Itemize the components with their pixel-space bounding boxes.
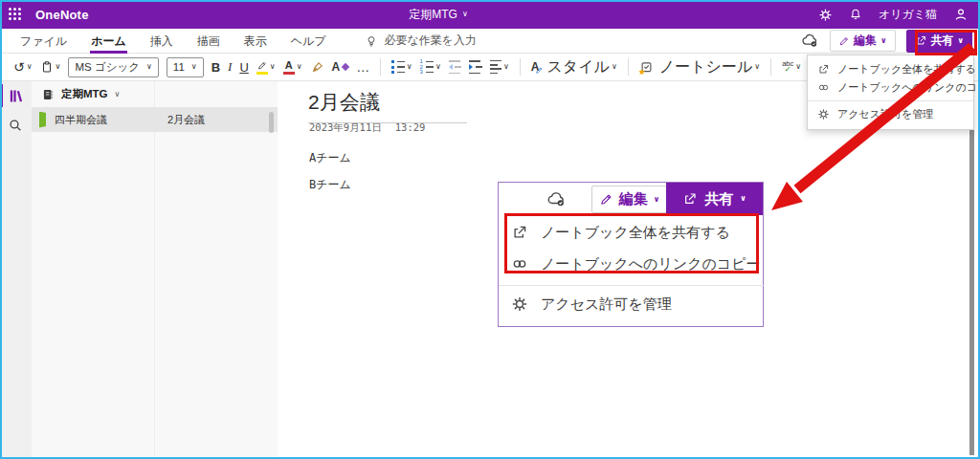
navigation-panel: 定期MTG ∨ 四半期会議 2月会議 (32, 81, 278, 457)
outdent-button[interactable] (449, 60, 462, 75)
tab-draw[interactable]: 描画 (196, 29, 221, 54)
italic-button[interactable]: I (228, 59, 232, 75)
vertical-scrollbar[interactable] (969, 82, 974, 455)
tab-home[interactable]: ホーム (90, 29, 127, 54)
chevron-down-icon: ∨ (654, 196, 660, 204)
highlight-color-button[interactable]: ∨ (256, 60, 276, 75)
app-launcher-icon[interactable] (9, 8, 23, 22)
toolbar-divider (380, 58, 381, 76)
user-name: オリガミ猫 (879, 7, 937, 23)
clear-formatting-button[interactable]: A (332, 60, 349, 74)
notebook-title-switcher[interactable]: 定期MTG ∨ (409, 0, 468, 29)
menu-item-copy-link-large[interactable]: ノートブックへのリンクのコピー (499, 251, 765, 277)
menu-divider (499, 285, 765, 286)
share-button-label: 共有 (931, 33, 954, 49)
page-time: 13:29 (395, 121, 426, 135)
active-rail-indicator (0, 84, 3, 107)
page-date: 2023年9月11日 (309, 121, 382, 135)
tab-view[interactable]: 表示 (243, 29, 268, 54)
menu-bar: ファイル ホーム 挿入 描画 表示 ヘルプ 必要な作業を入力 編集 ∨ 共有 ∨ (0, 29, 980, 54)
edit-mode-button-large[interactable]: 編集 ∨ (591, 186, 667, 213)
align-button[interactable]: ∨ (490, 60, 509, 75)
toolbar-divider (628, 58, 629, 76)
indent-button[interactable] (469, 60, 482, 75)
more-formatting-button[interactable]: … (356, 59, 369, 75)
share-dropdown-menu: ノートブック全体を共有する ノートブックへのリンクのコピー アクセス許可を管理 (807, 55, 974, 130)
toolbar-divider (520, 58, 521, 76)
notebook-icon (41, 88, 55, 101)
settings-gear-icon[interactable] (818, 8, 833, 22)
lightbulb-icon (365, 34, 378, 48)
menu-item-share-notebook-large[interactable]: ノートブック全体を共有する (499, 219, 765, 246)
edit-mode-button[interactable]: 編集 ∨ (830, 30, 896, 52)
chevron-down-icon: ∨ (740, 195, 746, 203)
titlebar-right-controls: オリガミ猫 (818, 7, 969, 23)
edit-button-label: 編集 (854, 33, 877, 49)
notebook-title: 定期MTG (409, 7, 457, 23)
share-button[interactable]: 共有 ∨ (906, 30, 973, 53)
nav-column-divider (154, 81, 155, 457)
sync-cloud-icon (546, 189, 567, 209)
onenote-window: OneNote 定期MTG ∨ オリガミ猫 ファイル ホーム 挿入 描画 表示 … (0, 0, 980, 459)
document-actions: 編集 ∨ 共有 ∨ (801, 30, 972, 53)
font-color-button[interactable]: A∨ (283, 60, 302, 75)
underline-button[interactable]: U (239, 60, 248, 75)
notifications-bell-icon[interactable] (849, 8, 862, 21)
bullet-list-button[interactable]: ∨ (391, 60, 412, 74)
title-bar: OneNote 定期MTG ∨ オリガミ猫 (0, 0, 980, 29)
share-icon (511, 224, 528, 241)
numbered-list-button[interactable]: 123∨ (420, 60, 441, 74)
chevron-down-icon: ∨ (115, 91, 121, 98)
note-tags-button[interactable]: ノートシール∨ (639, 57, 760, 77)
menu-item-manage-access-large[interactable]: アクセス許可を管理 (499, 291, 765, 317)
format-painter-button[interactable] (310, 60, 324, 75)
link-icon (817, 81, 830, 94)
page-list-item[interactable]: 2月会議 (167, 113, 205, 127)
gear-icon (511, 295, 528, 313)
account-person-icon[interactable] (953, 7, 969, 22)
menu-item-copy-link[interactable]: ノートブックへのリンクのコピー (808, 78, 973, 97)
zoomed-share-menu-callout: 編集 ∨ 共有 ∨ ノートブック全体を共有する ノートブックへのリンクのコピー … (498, 182, 764, 327)
chevron-down-icon: ∨ (958, 37, 965, 45)
notebook-header[interactable]: 定期MTG ∨ (32, 81, 278, 107)
page-title[interactable]: 2月会議 (308, 89, 467, 123)
link-icon (511, 255, 528, 273)
toolbar-divider (770, 58, 771, 76)
notebooks-library-icon[interactable] (8, 88, 24, 104)
section-page-row[interactable]: 四半期会議 2月会議 (32, 107, 278, 132)
share-icon (915, 34, 927, 47)
font-name-select[interactable]: MS ゴシック∨ (68, 57, 158, 77)
share-button-large[interactable]: 共有 ∨ (666, 183, 763, 215)
note-body-line[interactable]: Aチーム (309, 150, 351, 166)
share-icon (817, 63, 830, 76)
app-name: OneNote (35, 8, 89, 22)
tab-file[interactable]: ファイル (19, 29, 68, 54)
tab-insert[interactable]: 挿入 (149, 29, 174, 54)
sync-cloud-icon (801, 32, 819, 50)
share-icon (682, 191, 698, 207)
tab-help[interactable]: ヘルプ (290, 29, 327, 54)
app-rail (0, 81, 32, 457)
undo-button[interactable]: ↺∨ (13, 59, 33, 75)
pencil-icon (599, 192, 613, 207)
paste-button[interactable]: ∨ (40, 60, 61, 74)
notebook-name: 定期MTG (61, 87, 108, 101)
pencil-icon (838, 35, 850, 47)
tell-me-search[interactable]: 必要な作業を入力 (365, 33, 478, 49)
search-icon[interactable] (8, 118, 23, 133)
chevron-down-icon: ∨ (880, 37, 887, 45)
note-body-line[interactable]: Bチーム (309, 177, 351, 193)
menu-item-share-notebook[interactable]: ノートブック全体を共有する (808, 60, 973, 78)
menu-divider (808, 100, 973, 101)
gear-icon (817, 108, 830, 120)
font-size-select[interactable]: 11∨ (167, 57, 204, 77)
nav-scrollbar-thumb[interactable] (269, 112, 274, 133)
bold-button[interactable]: B (212, 60, 220, 75)
tell-me-placeholder: 必要な作業を入力 (385, 33, 478, 49)
styles-button[interactable]: A スタイル∨ (531, 57, 617, 77)
section-color-marker (39, 112, 46, 128)
menu-item-manage-access[interactable]: アクセス許可を管理 (808, 105, 973, 123)
spell-check-button[interactable]: abc✓∨ (782, 60, 801, 75)
chevron-down-icon: ∨ (462, 11, 468, 18)
page-timestamp: 2023年9月11日 13:29 (309, 121, 425, 135)
